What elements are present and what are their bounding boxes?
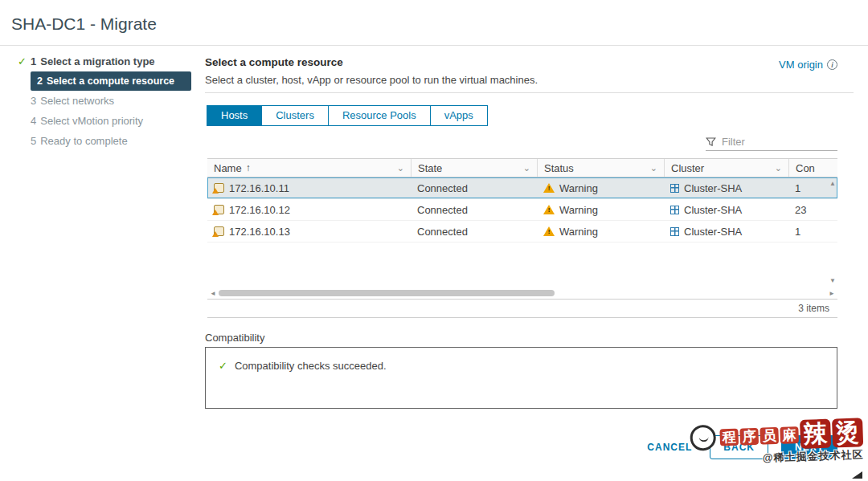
host-warning-icon [214, 226, 224, 236]
vertical-scroll-down-icon[interactable]: ▼ [829, 277, 836, 284]
host-warning-icon [214, 205, 224, 214]
column-menu-chevron-icon[interactable]: ⌄ [392, 164, 404, 172]
step-complete-check-icon: ✓ [18, 55, 31, 67]
tab-resource-pools[interactable]: Resource Pools [328, 105, 431, 126]
hosts-table: Name ↑ ⌄ State ⌄ Status ⌄ Cluster ⌄ Con [207, 158, 837, 318]
watermark-logo-icon [690, 425, 716, 451]
header-divider [205, 92, 854, 93]
items-count: 3 items [798, 303, 829, 314]
section-subheading: Select a cluster, host, vApp or resource… [205, 74, 538, 86]
vm-origin-label: VM origin [779, 59, 823, 71]
scroll-right-icon[interactable]: ► [829, 290, 835, 297]
step-number: 1 [31, 55, 36, 67]
compatibility-panel: ✓ Compatibility checks succeeded. [205, 347, 837, 409]
column-header-cluster[interactable]: Cluster ⌄ [664, 159, 788, 177]
cluster-icon [670, 184, 679, 193]
wizard-step-select-migration-type[interactable]: ✓ 1 Select a migration type [0, 51, 201, 71]
table-body: 172.16.10.11 Connected ! Warning Cluster… [207, 177, 837, 300]
page-title: SHA-DC1 - Migrate [11, 14, 157, 34]
column-menu-chevron-icon[interactable]: ⌄ [645, 164, 657, 172]
horizontal-scrollbar[interactable]: ◄ ► [207, 287, 837, 299]
cancel-button[interactable]: CANCEL [642, 435, 697, 459]
scroll-left-icon[interactable]: ◄ [210, 290, 216, 297]
watermark: 程序员麻辣烫 @稀土掘金技术社区 [690, 418, 864, 467]
host-warning-icon [214, 183, 224, 193]
column-menu-chevron-icon[interactable]: ⌄ [518, 164, 530, 172]
step-number: 4 [31, 115, 36, 127]
cursor-arrow [852, 471, 862, 479]
table-row[interactable]: 172.16.10.11 Connected ! Warning Cluster… [207, 177, 837, 199]
step-number: 2 [37, 75, 43, 87]
tab-vapps[interactable]: vApps [430, 105, 488, 126]
migrate-wizard-dialog: SHA-DC1 - Migrate ✓ 1 Select a migration… [0, 0, 868, 481]
wizard-steps-sidebar: ✓ 1 Select a migration type 2 Select a c… [0, 51, 201, 151]
step-label: Select vMotion priority [40, 115, 143, 127]
step-number: 3 [31, 95, 36, 107]
step-label: Select networks [40, 95, 114, 107]
step-label: Ready to complete [40, 135, 127, 147]
filter-box [706, 133, 837, 151]
compatibility-label: Compatibility [205, 332, 264, 344]
wizard-step-select-vmotion-priority[interactable]: 4 Select vMotion priority [0, 111, 201, 131]
table-row[interactable]: 172.16.10.12 Connected ! Warning Cluster… [207, 199, 837, 221]
wizard-step-select-networks[interactable]: 3 Select networks [0, 91, 201, 111]
info-icon[interactable]: i [827, 59, 837, 70]
column-header-state[interactable]: State ⌄ [411, 159, 537, 177]
column-header-con[interactable]: Con [788, 159, 837, 177]
vm-origin-link[interactable]: VM origin i [779, 59, 837, 71]
table-row[interactable]: 172.16.10.13 Connected ! Warning Cluster… [207, 221, 837, 243]
step-label: Select a compute resource [47, 75, 174, 87]
title-divider [0, 45, 868, 46]
column-menu-chevron-icon[interactable]: ⌄ [770, 164, 782, 172]
compatibility-message-row: ✓ Compatibility checks succeeded. [206, 348, 837, 384]
warning-icon: ! [543, 183, 555, 193]
wizard-step-ready-to-complete[interactable]: 5 Ready to complete [0, 131, 201, 151]
column-header-name[interactable]: Name ↑ ⌄ [207, 159, 411, 177]
scrollbar-thumb[interactable] [219, 290, 555, 296]
table-header: Name ↑ ⌄ State ⌄ Status ⌄ Cluster ⌄ Con [207, 158, 837, 177]
step-number: 5 [31, 135, 36, 147]
tab-hosts[interactable]: Hosts [207, 105, 262, 126]
section-heading: Select a compute resource [205, 56, 343, 68]
watermark-row: 程序员麻辣烫 [690, 418, 863, 452]
compatibility-message: Compatibility checks succeeded. [235, 360, 387, 372]
vertical-scroll-up-icon[interactable]: ▲ [829, 180, 836, 187]
watermark-tiles: 程序员麻辣烫 [719, 418, 863, 451]
warning-icon: ! [543, 205, 555, 214]
filter-input[interactable] [722, 136, 837, 148]
success-check-icon: ✓ [219, 360, 227, 372]
wizard-step-select-compute-resource[interactable]: 2 Select a compute resource [31, 71, 191, 91]
step-label: Select a migration type [40, 55, 154, 67]
warning-icon: ! [543, 226, 555, 236]
table-footer: 3 items [207, 300, 837, 318]
cluster-icon [670, 227, 679, 236]
sort-asc-icon: ↑ [246, 162, 251, 173]
column-header-status[interactable]: Status ⌄ [537, 159, 664, 177]
filter-icon [706, 137, 716, 147]
tab-clusters[interactable]: Clusters [261, 105, 329, 126]
cluster-icon [670, 206, 679, 214]
resource-type-tabs: Hosts Clusters Resource Pools vApps [207, 105, 488, 126]
